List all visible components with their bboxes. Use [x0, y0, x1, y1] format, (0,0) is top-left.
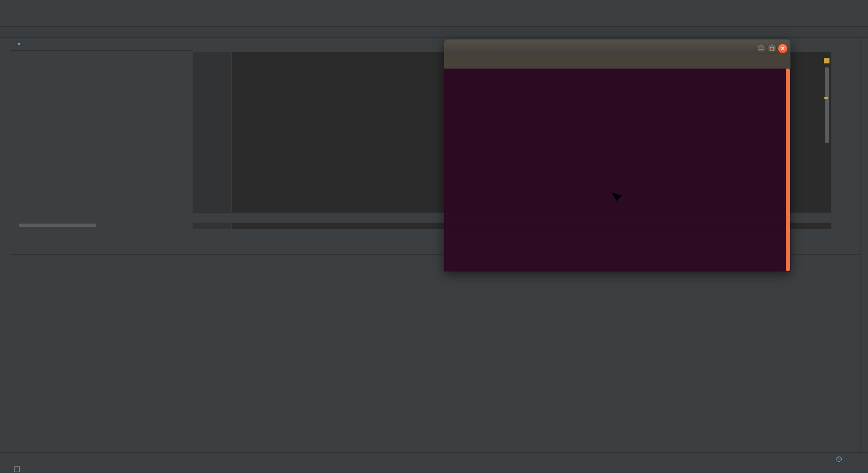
terminal-scrollbar[interactable]	[786, 69, 790, 271]
menu-bar	[0, 0, 868, 10]
project-tool-window: ▼	[10, 38, 193, 229]
error-stripe-mark[interactable]	[824, 58, 829, 63]
status-bar	[0, 465, 868, 473]
project-panel-header: ▼	[10, 38, 193, 51]
right-tool-stripe	[860, 38, 868, 452]
left-tool-stripe	[0, 38, 11, 452]
annotation-arrow	[602, 187, 691, 250]
event-log-button[interactable]: ◷	[836, 452, 845, 465]
minimize-icon[interactable]: —	[756, 44, 766, 54]
hotswap-icon	[14, 466, 20, 472]
close-icon[interactable]: ✕	[778, 44, 788, 54]
horizontal-scrollbar[interactable]	[19, 224, 96, 227]
main-toolbar	[0, 10, 868, 27]
editor-gutter	[193, 52, 232, 229]
terminal-title-bar[interactable]: — ▢ ✕	[444, 39, 790, 54]
clock-icon: ◷	[836, 455, 842, 462]
debug-console-output[interactable]	[51, 258, 851, 453]
ide-window: ▼ — ▢ ✕	[0, 0, 868, 473]
warning-stripe-mark[interactable]	[824, 97, 828, 99]
maximize-icon[interactable]: ▢	[767, 44, 777, 54]
maven-projects-panel	[831, 38, 860, 229]
bottom-tool-bar	[0, 452, 868, 465]
terminal-menu-bar	[444, 54, 790, 69]
breadcrumb-bar	[0, 27, 868, 38]
editor-scrollbar[interactable]	[825, 67, 829, 143]
chevron-down-icon[interactable]: ▼	[17, 42, 21, 47]
